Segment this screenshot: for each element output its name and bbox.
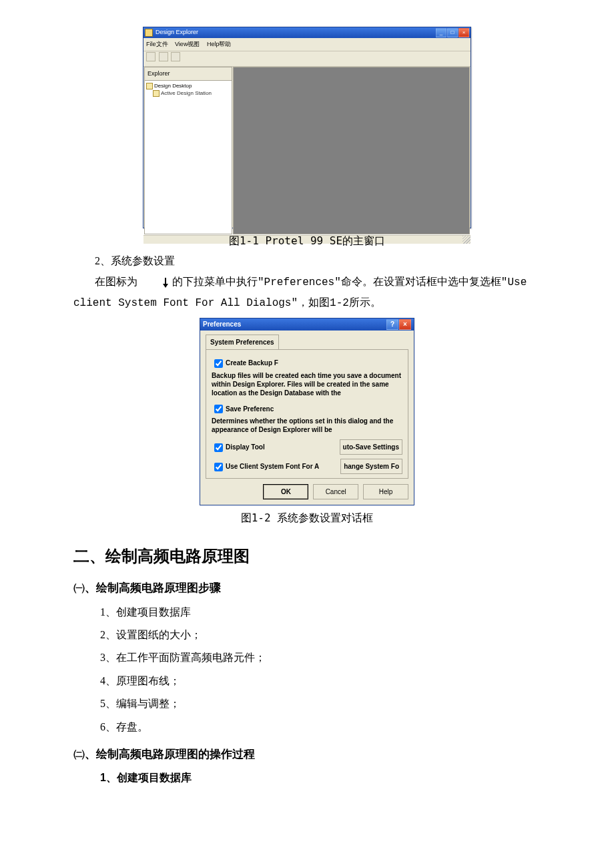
tab-system-preferences[interactable]: System Preferences — [206, 335, 279, 349]
subheading-steps: ㈠、绘制高频电路原理图步骤 — [73, 578, 541, 599]
process-step-1: 1、创建项目数据库 — [73, 768, 541, 788]
step-3: 3、在工作平面防置高频电路元件； — [73, 648, 541, 668]
text-fragment: 在图标为 — [95, 276, 140, 287]
dialog-title: Preferences — [203, 318, 241, 331]
menu-view[interactable]: View视图 — [175, 41, 200, 47]
figure-1-2: Preferences ? × System Preferences Creat… — [73, 318, 541, 506]
tree-node-root[interactable]: Design Desktop — [146, 82, 230, 89]
checkbox-label: Save Preferenc — [226, 405, 274, 413]
explorer-tree: Design Desktop Active Design Station — [145, 81, 232, 234]
subheading-process: ㈡、绘制高频电路原理图的操作过程 — [73, 744, 541, 765]
station-icon — [153, 90, 160, 97]
dialog-button-row: OK Cancel Help — [200, 480, 414, 505]
cancel-button[interactable]: Cancel — [313, 484, 358, 499]
checkbox-input[interactable] — [214, 463, 223, 471]
change-system-font-button[interactable]: hange System Fo — [340, 459, 402, 474]
checkbox-input[interactable] — [214, 405, 223, 413]
menu-file[interactable]: File文件 — [146, 41, 168, 47]
help-button[interactable]: Help — [363, 484, 408, 499]
checkbox-save-preferences[interactable]: Save Preferenc — [212, 403, 402, 416]
menu-help[interactable]: Help帮助 — [207, 41, 232, 47]
figure-1-2-caption: 图1-2 系统参数设置对话框 — [73, 508, 541, 528]
app-icon — [145, 29, 153, 37]
close-icon[interactable]: × — [458, 28, 469, 37]
checkbox-create-backup[interactable]: Create Backup F — [212, 357, 402, 370]
explorer-panel: Explorer Design Desktop Active Design St… — [144, 67, 232, 234]
checkbox-label: Create Backup F — [226, 359, 278, 367]
toolbar-button[interactable] — [159, 52, 168, 61]
step-6: 6、存盘。 — [73, 717, 541, 737]
explorer-tab[interactable]: Explorer — [145, 67, 232, 81]
maximize-icon[interactable]: □ — [447, 28, 458, 37]
checkbox-input[interactable] — [214, 443, 223, 452]
dialog-titlebar: Preferences ? × — [200, 318, 414, 331]
toolbar-button[interactable] — [171, 52, 180, 61]
tree-node-label: Active Design Station — [161, 90, 212, 96]
process-list: 1、创建项目数据库 — [73, 768, 541, 788]
checkbox-display-tool[interactable]: Display Tool — [212, 441, 340, 454]
toolbar — [143, 51, 471, 67]
heading-2-draw-schematic: 二、绘制高频电路原理图 — [73, 541, 541, 572]
step-4: 4、原理图布线； — [73, 671, 541, 691]
preferences-dialog: Preferences ? × System Preferences Creat… — [200, 318, 414, 506]
minimize-icon[interactable]: _ — [436, 28, 446, 37]
mdi-workspace — [233, 67, 470, 234]
resize-grip-icon[interactable] — [463, 236, 471, 244]
tab-page: Create Backup F Backup files will be cre… — [206, 349, 408, 479]
step-1: 1、创建项目数据库 — [73, 602, 541, 622]
folder-icon — [146, 83, 153, 89]
desc-save: Determines whether the options set in th… — [212, 417, 402, 434]
tree-node-label: Design Desktop — [154, 83, 192, 89]
checkbox-use-client-font[interactable]: Use Client System Font For A — [212, 460, 340, 473]
figure-1-1-caption: 图1-1 Protel 99 SE的主窗口 — [73, 231, 541, 251]
checkbox-input[interactable] — [214, 359, 223, 368]
down-arrow-icon — [140, 272, 170, 292]
desc-backup: Backup files will be created each time y… — [212, 371, 402, 397]
toolbar-button[interactable] — [146, 52, 156, 61]
ok-button[interactable]: OK — [263, 484, 308, 499]
tree-node-child[interactable]: Active Design Station — [146, 89, 230, 97]
checkbox-label: Display Tool — [226, 443, 265, 451]
dialog-close-icon[interactable]: × — [399, 319, 411, 330]
window-title: Design Explorer — [156, 27, 198, 38]
step-2: 2、设置图纸的大小； — [73, 625, 541, 645]
auto-save-settings-button[interactable]: uto-Save Settings — [340, 439, 402, 455]
steps-list: 1、创建项目数据库 2、设置图纸的大小； 3、在工作平面防置高频电路元件； 4、… — [73, 602, 541, 737]
dialog-help-icon[interactable]: ? — [386, 319, 398, 330]
step-5: 5、编辑与调整； — [73, 694, 541, 714]
menubar: File文件 View视图 Help帮助 — [143, 38, 471, 51]
checkbox-label: Use Client System Font For A — [226, 463, 319, 470]
figure-1-1: Design Explorer _ □ × File文件 View视图 Help… — [73, 27, 541, 228]
protel-window: Design Explorer _ □ × File文件 View视图 Help… — [143, 27, 471, 228]
preferences-instruction: 在图标为 的下拉菜单中执行"Preferences"命令。在设置对话框中选中复选… — [73, 272, 541, 314]
section-2-title: 2、系统参数设置 — [73, 251, 541, 271]
window-titlebar: Design Explorer _ □ × — [143, 27, 471, 38]
svg-marker-1 — [163, 284, 168, 288]
